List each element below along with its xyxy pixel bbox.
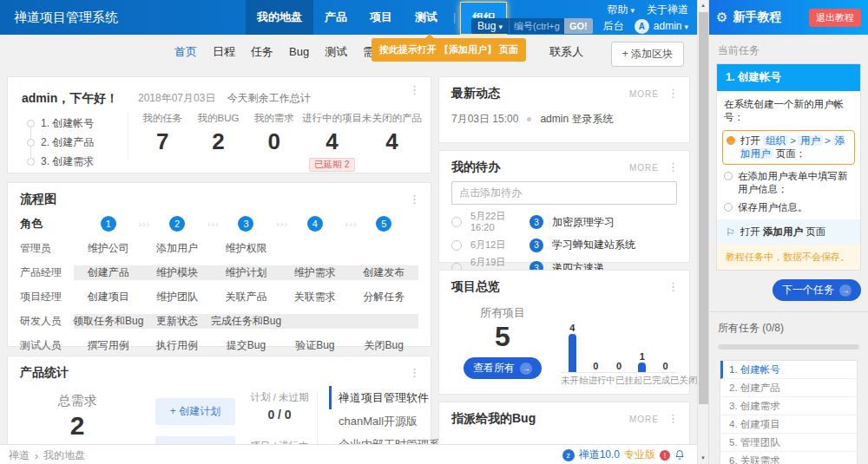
todo-checkbox[interactable]	[451, 217, 462, 227]
panel-menu-icon[interactable]: ⋮	[409, 195, 420, 204]
search-input[interactable]	[509, 18, 564, 34]
breadcrumb-site[interactable]: 禅道	[9, 448, 30, 463]
top-links: 帮助▾ 关于禅道	[607, 3, 688, 17]
onboarding-step[interactable]: 1. 创建帐号	[27, 114, 94, 133]
bell-icon[interactable]	[674, 449, 685, 461]
tab-calendar[interactable]: 日程	[207, 35, 240, 69]
flow-cell[interactable]: 执行用例	[142, 338, 211, 353]
flow-cell[interactable]: 维护团队	[142, 290, 211, 304]
more-link[interactable]: MORE	[629, 163, 659, 173]
step-text: 在添加用户表单中填写新用户信息；	[738, 170, 853, 196]
onboarding-step[interactable]: 2. 创建产品	[27, 133, 94, 152]
panel-menu-icon[interactable]: ⋮	[667, 415, 679, 423]
breadcrumb-page[interactable]: 我的地盘	[43, 448, 85, 463]
top-menu-project[interactable]: 项目	[358, 0, 404, 35]
flow-cell[interactable]: 领取任务和Bug	[74, 314, 142, 329]
open-target-page-link[interactable]: ⚐ 打开 添加用户 页面	[717, 219, 860, 245]
help-link[interactable]: 帮助▾	[607, 3, 635, 17]
chevron-down-icon: ▾	[684, 23, 688, 31]
admin-console-link[interactable]: 后台	[603, 19, 624, 34]
panel-title: 我的待办	[451, 160, 500, 175]
tab-contacts[interactable]: 联系人	[544, 35, 589, 69]
todo-title[interactable]: 加密原理学习	[552, 215, 615, 230]
dashboard-content: ⋮ admin，下午好！ 1. 创建帐号 2. 创建产品 3. 创建需求 201…	[0, 69, 697, 445]
more-link[interactable]: MORE	[629, 415, 659, 424]
edition-link[interactable]: 专业版	[624, 448, 655, 462]
user-menu[interactable]: admin▾	[654, 20, 688, 32]
flow-cell[interactable]: 创建项目	[74, 290, 142, 304]
flow-cell[interactable]: 撰写用例	[74, 338, 142, 353]
add-block-button[interactable]: + 添加区块	[611, 42, 684, 67]
top-menu: 我的地盘 产品 项目 测试 | 组织	[246, 0, 507, 35]
task-card-body: 在系统创建一个新的用户帐号： → 打开 组织>用户>添加用户 页面； 在添加用户…	[717, 91, 860, 270]
step-text: 保存用户信息。	[738, 201, 808, 214]
left-column: ⋮ admin，下午好！ 1. 创建帐号 2. 创建产品 3. 创建需求 201…	[7, 76, 431, 445]
top-menu-my[interactable]: 我的地盘	[246, 0, 313, 35]
todo-title[interactable]: 学习蝉知建站系统	[552, 238, 635, 252]
panel-menu-icon[interactable]: ⋮	[667, 163, 679, 172]
tutorial-task-item[interactable]: 5. 管理团队	[720, 434, 857, 452]
flow-cell[interactable]: 创建产品	[74, 265, 142, 280]
bar	[638, 363, 646, 372]
more-link[interactable]: MORE	[629, 89, 659, 99]
tab-task[interactable]: 任务	[246, 35, 279, 69]
scroll-down-arrow[interactable]: ▼	[698, 453, 708, 464]
flow-header-row: 角色 1 2 3 4 5	[20, 212, 418, 235]
current-task-label: 当前任务	[709, 35, 868, 63]
tab-bug[interactable]: Bug	[284, 35, 314, 69]
product-item[interactable]: 禅道项目管理软件	[329, 386, 424, 409]
scrollbar-thumb[interactable]	[699, 12, 708, 404]
create-plan-button[interactable]: + 创建计划	[155, 398, 235, 425]
flow-cell[interactable]: 关联产品	[212, 290, 280, 304]
go-button[interactable]: GO!	[564, 18, 593, 34]
flow-cell[interactable]: 完成任务和Bug	[212, 314, 280, 329]
product-item[interactable]: 企业内部工时管理系统	[329, 433, 424, 445]
flow-cell[interactable]: 添加用户	[142, 241, 211, 256]
next-task-button[interactable]: 下一个任务→	[773, 279, 861, 301]
tutorial-task-item[interactable]: 6. 关联需求	[720, 452, 857, 464]
top-menu-test[interactable]: 测试	[404, 0, 449, 35]
add-todo-input[interactable]: 点击添加待办	[451, 181, 677, 205]
search-type-select[interactable]: Bug▾	[471, 18, 509, 34]
flow-cell[interactable]: 维护权限	[212, 241, 280, 256]
panel-menu-icon[interactable]: ⋮	[409, 86, 420, 95]
version-link[interactable]: 禅道10.0	[579, 448, 620, 462]
top-menu-product[interactable]: 产品	[313, 0, 358, 35]
tab-home[interactable]: 首页	[169, 35, 202, 69]
avatar[interactable]: A	[635, 19, 649, 34]
flow-cell[interactable]: 维护公司	[74, 241, 142, 256]
flow-grid: 角色 1 2 3 4 5 管理员 维护	[8, 207, 431, 356]
sub-navbar: 首页 日程 任务 Bug 测试 需求 项目 联系人 按此提示打开 【添加用户】 …	[0, 35, 697, 69]
flow-cell[interactable]: 维护模块	[142, 265, 211, 280]
chevron-down-icon: ▾	[630, 6, 635, 15]
todo-item: 5月22日16:20 3 加密原理学习	[439, 209, 689, 236]
app-brand[interactable]: 禅道项目管理系统	[14, 0, 118, 35]
flow-cell[interactable]: 分解任务	[350, 290, 418, 304]
flow-cell[interactable]: 关闭Bug	[350, 338, 418, 353]
flow-cell[interactable]: 验证Bug	[280, 338, 349, 353]
tutorial-sidebar: ⚙ 新手教程 退出教程 当前任务 1. 创建帐号 在系统创建一个新的用户帐号： …	[708, 0, 868, 464]
flow-cell[interactable]: 提交Bug	[212, 338, 280, 353]
all-tasks-label: 所有任务 (0/8)	[718, 321, 859, 336]
chevron-down-icon: ▾	[498, 23, 503, 31]
tutorial-task-item[interactable]: 3. 创建需求	[720, 397, 857, 415]
quit-tutorial-button[interactable]: 退出教程	[809, 9, 861, 27]
todo-checkbox[interactable]	[451, 240, 462, 251]
scroll-up-arrow[interactable]: ▲	[698, 0, 708, 11]
flow-cell[interactable]: 维护计划	[212, 265, 280, 280]
tutorial-task-item[interactable]: 2. 创建产品	[720, 379, 857, 397]
panel-menu-icon[interactable]: ⋮	[667, 283, 679, 291]
panel-menu-icon[interactable]: ⋮	[409, 369, 420, 377]
view-all-projects-button[interactable]: 查看所有→	[464, 357, 542, 379]
flow-cell[interactable]: 更新状态	[142, 314, 211, 329]
flow-cell[interactable]: 创建发布	[350, 265, 418, 280]
tab-test[interactable]: 测试	[319, 35, 352, 69]
onboarding-step[interactable]: 3. 创建需求	[27, 152, 94, 171]
panel-menu-icon[interactable]: ⋮	[667, 89, 679, 98]
about-link[interactable]: 关于禅道	[647, 3, 688, 17]
flow-cell[interactable]: 维护需求	[280, 265, 349, 280]
tutorial-task-item[interactable]: 4. 创建项目	[720, 415, 857, 434]
product-item[interactable]: chanMall开源版	[329, 409, 424, 433]
tutorial-task-item[interactable]: 1. 创建帐号	[720, 361, 857, 379]
flow-cell[interactable]: 关联需求	[280, 290, 349, 304]
